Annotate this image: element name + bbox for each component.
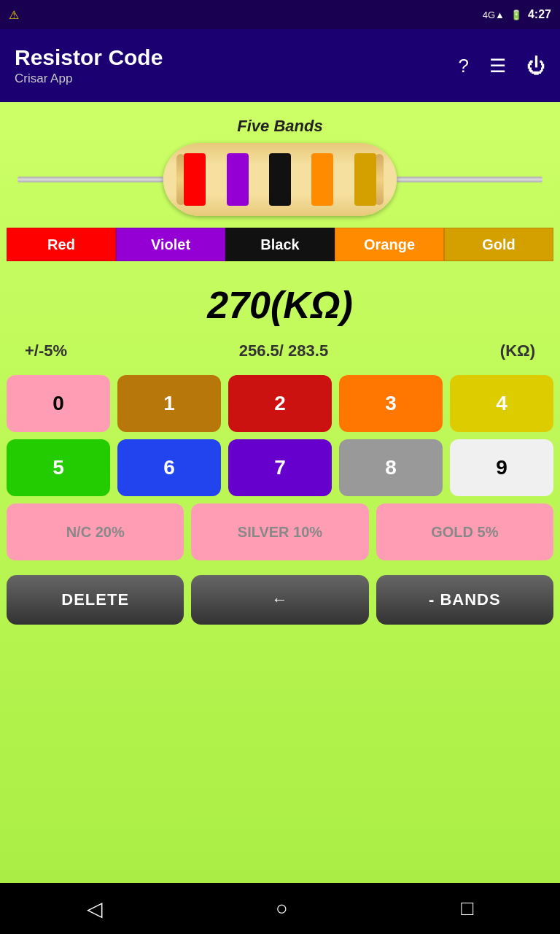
key-5[interactable]: 5 — [7, 439, 110, 496]
nav-recent-icon[interactable]: □ — [461, 897, 473, 920]
action-row: DELETE ← - BANDS — [7, 575, 553, 625]
battery-indicator: 🔋 — [510, 9, 522, 20]
tolerance-row: +/-5% 256.5/ 283.5 (KΩ) — [25, 341, 535, 360]
delete-button[interactable]: DELETE — [7, 575, 184, 625]
app-subtitle: Crisar App — [15, 72, 459, 86]
band-1-red — [184, 153, 206, 206]
key-2[interactable]: 2 — [228, 375, 332, 432]
key-silver[interactable]: SILVER 10% — [191, 503, 368, 560]
keypad-row-1: 0 1 2 3 4 — [7, 375, 553, 432]
resistor-lead-right — [397, 177, 542, 182]
key-7[interactable]: 7 — [228, 439, 332, 496]
key-9[interactable]: 9 — [450, 439, 553, 496]
nav-home-icon[interactable]: ○ — [276, 897, 288, 920]
title-area: Resistor Code Crisar App — [15, 45, 459, 86]
alert-icon: ⚠ — [9, 8, 19, 22]
resistor-visual — [18, 143, 542, 216]
color-labels: Red Violet Black Orange Gold — [7, 228, 553, 261]
status-bar: ⚠ 4G▲ 🔋 4:27 — [0, 0, 560, 29]
key-8[interactable]: 8 — [339, 439, 443, 496]
tolerance-range: 256.5/ 283.5 — [239, 341, 328, 360]
color-label-gold[interactable]: Gold — [444, 228, 553, 261]
clock: 4:27 — [528, 8, 551, 21]
color-label-black[interactable]: Black — [225, 228, 335, 261]
signal-indicator: 4G▲ — [483, 9, 505, 20]
band-2-violet — [227, 153, 249, 206]
color-label-red[interactable]: Red — [7, 228, 116, 261]
keypad-row-2: 5 6 7 8 9 — [7, 439, 553, 496]
band-4-orange — [311, 153, 333, 206]
power-icon[interactable]: ⏻ — [526, 55, 545, 77]
key-nc[interactable]: N/C 20% — [7, 503, 184, 560]
menu-icon[interactable]: ☰ — [489, 55, 506, 77]
top-icons: ? ☰ ⏻ — [459, 55, 545, 77]
key-gold-tol[interactable]: GOLD 5% — [376, 503, 553, 560]
key-4[interactable]: 4 — [450, 375, 553, 432]
main-content: Five Bands Red Violet Black Orange Gold … — [0, 102, 560, 883]
resistor-lead-left — [18, 177, 163, 182]
nav-back-icon[interactable]: ◁ — [87, 897, 103, 921]
top-bar: Resistor Code Crisar App ? ☰ ⏻ — [0, 29, 560, 102]
bands-button[interactable]: - BANDS — [376, 575, 553, 625]
keypad: 0 1 2 3 4 5 6 7 8 9 N/C 20% SILVER 10% G… — [7, 375, 553, 625]
key-3[interactable]: 3 — [339, 375, 443, 432]
keypad-row-3: N/C 20% SILVER 10% GOLD 5% — [7, 503, 553, 560]
bottom-nav: ◁ ○ □ — [0, 883, 560, 934]
tolerance-percent: +/-5% — [25, 341, 67, 360]
key-0[interactable]: 0 — [7, 375, 110, 432]
resistance-value: 270(KΩ) — [207, 283, 353, 327]
color-label-violet[interactable]: Violet — [116, 228, 225, 261]
key-1[interactable]: 1 — [117, 375, 221, 432]
key-6[interactable]: 6 — [117, 439, 221, 496]
tolerance-unit: (KΩ) — [500, 341, 535, 360]
resistor-body — [163, 143, 397, 216]
band-5-gold — [354, 153, 376, 206]
help-icon[interactable]: ? — [459, 55, 469, 77]
backspace-button[interactable]: ← — [191, 575, 368, 625]
app-title: Resistor Code — [15, 45, 459, 70]
mode-label: Five Bands — [237, 117, 322, 136]
color-label-orange[interactable]: Orange — [335, 228, 444, 261]
band-3-black — [269, 153, 291, 206]
